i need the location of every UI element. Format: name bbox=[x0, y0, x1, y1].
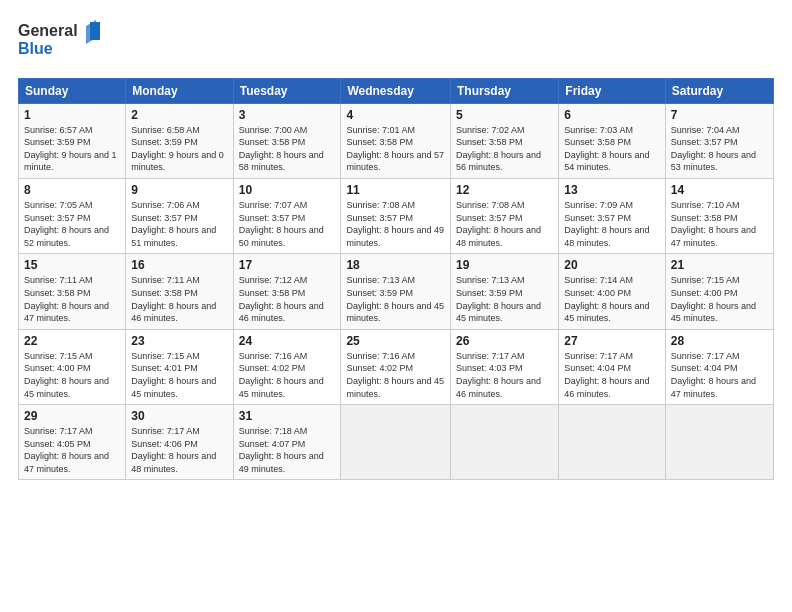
day-number: 5 bbox=[456, 108, 553, 122]
day-info: Sunrise: 7:17 AM Sunset: 4:06 PM Dayligh… bbox=[131, 425, 227, 475]
svg-text:Blue: Blue bbox=[18, 40, 53, 57]
day-info: Sunrise: 7:13 AM Sunset: 3:59 PM Dayligh… bbox=[346, 274, 445, 324]
day-number: 20 bbox=[564, 258, 660, 272]
day-number: 9 bbox=[131, 183, 227, 197]
calendar-cell: 11Sunrise: 7:08 AM Sunset: 3:57 PM Dayli… bbox=[341, 178, 451, 253]
day-info: Sunrise: 6:57 AM Sunset: 3:59 PM Dayligh… bbox=[24, 124, 120, 174]
col-wednesday: Wednesday bbox=[341, 78, 451, 103]
page: General Blue Sunday Monday Tuesday Wedne… bbox=[0, 0, 792, 612]
day-number: 23 bbox=[131, 334, 227, 348]
calendar-cell: 1Sunrise: 6:57 AM Sunset: 3:59 PM Daylig… bbox=[19, 103, 126, 178]
calendar-week-2: 8Sunrise: 7:05 AM Sunset: 3:57 PM Daylig… bbox=[19, 178, 774, 253]
day-info: Sunrise: 7:06 AM Sunset: 3:57 PM Dayligh… bbox=[131, 199, 227, 249]
day-info: Sunrise: 7:08 AM Sunset: 3:57 PM Dayligh… bbox=[456, 199, 553, 249]
day-info: Sunrise: 6:58 AM Sunset: 3:59 PM Dayligh… bbox=[131, 124, 227, 174]
logo-svg: General Blue bbox=[18, 18, 108, 62]
calendar-cell bbox=[341, 405, 451, 480]
calendar-cell: 17Sunrise: 7:12 AM Sunset: 3:58 PM Dayli… bbox=[233, 254, 341, 329]
day-number: 10 bbox=[239, 183, 336, 197]
day-number: 16 bbox=[131, 258, 227, 272]
day-info: Sunrise: 7:14 AM Sunset: 4:00 PM Dayligh… bbox=[564, 274, 660, 324]
calendar-cell: 18Sunrise: 7:13 AM Sunset: 3:59 PM Dayli… bbox=[341, 254, 451, 329]
calendar-cell: 7Sunrise: 7:04 AM Sunset: 3:57 PM Daylig… bbox=[665, 103, 773, 178]
day-info: Sunrise: 7:17 AM Sunset: 4:05 PM Dayligh… bbox=[24, 425, 120, 475]
calendar-cell: 28Sunrise: 7:17 AM Sunset: 4:04 PM Dayli… bbox=[665, 329, 773, 404]
calendar-cell: 31Sunrise: 7:18 AM Sunset: 4:07 PM Dayli… bbox=[233, 405, 341, 480]
day-info: Sunrise: 7:03 AM Sunset: 3:58 PM Dayligh… bbox=[564, 124, 660, 174]
day-number: 7 bbox=[671, 108, 768, 122]
calendar-cell: 24Sunrise: 7:16 AM Sunset: 4:02 PM Dayli… bbox=[233, 329, 341, 404]
calendar-cell: 21Sunrise: 7:15 AM Sunset: 4:00 PM Dayli… bbox=[665, 254, 773, 329]
day-number: 3 bbox=[239, 108, 336, 122]
calendar-cell: 22Sunrise: 7:15 AM Sunset: 4:00 PM Dayli… bbox=[19, 329, 126, 404]
day-info: Sunrise: 7:13 AM Sunset: 3:59 PM Dayligh… bbox=[456, 274, 553, 324]
day-number: 28 bbox=[671, 334, 768, 348]
svg-text:General: General bbox=[18, 22, 78, 39]
day-info: Sunrise: 7:17 AM Sunset: 4:03 PM Dayligh… bbox=[456, 350, 553, 400]
day-info: Sunrise: 7:16 AM Sunset: 4:02 PM Dayligh… bbox=[346, 350, 445, 400]
calendar-cell: 10Sunrise: 7:07 AM Sunset: 3:57 PM Dayli… bbox=[233, 178, 341, 253]
day-number: 30 bbox=[131, 409, 227, 423]
day-info: Sunrise: 7:00 AM Sunset: 3:58 PM Dayligh… bbox=[239, 124, 336, 174]
day-number: 2 bbox=[131, 108, 227, 122]
calendar-week-5: 29Sunrise: 7:17 AM Sunset: 4:05 PM Dayli… bbox=[19, 405, 774, 480]
day-number: 24 bbox=[239, 334, 336, 348]
calendar-table: Sunday Monday Tuesday Wednesday Thursday… bbox=[18, 78, 774, 481]
calendar-cell: 12Sunrise: 7:08 AM Sunset: 3:57 PM Dayli… bbox=[451, 178, 559, 253]
calendar-cell: 26Sunrise: 7:17 AM Sunset: 4:03 PM Dayli… bbox=[451, 329, 559, 404]
day-info: Sunrise: 7:15 AM Sunset: 4:01 PM Dayligh… bbox=[131, 350, 227, 400]
calendar-cell: 19Sunrise: 7:13 AM Sunset: 3:59 PM Dayli… bbox=[451, 254, 559, 329]
day-number: 12 bbox=[456, 183, 553, 197]
day-info: Sunrise: 7:15 AM Sunset: 4:00 PM Dayligh… bbox=[24, 350, 120, 400]
calendar-cell: 14Sunrise: 7:10 AM Sunset: 3:58 PM Dayli… bbox=[665, 178, 773, 253]
calendar-week-1: 1Sunrise: 6:57 AM Sunset: 3:59 PM Daylig… bbox=[19, 103, 774, 178]
calendar-cell: 25Sunrise: 7:16 AM Sunset: 4:02 PM Dayli… bbox=[341, 329, 451, 404]
calendar-cell: 8Sunrise: 7:05 AM Sunset: 3:57 PM Daylig… bbox=[19, 178, 126, 253]
day-number: 17 bbox=[239, 258, 336, 272]
calendar-cell bbox=[451, 405, 559, 480]
calendar-cell: 2Sunrise: 6:58 AM Sunset: 3:59 PM Daylig… bbox=[126, 103, 233, 178]
calendar-week-4: 22Sunrise: 7:15 AM Sunset: 4:00 PM Dayli… bbox=[19, 329, 774, 404]
calendar-cell: 16Sunrise: 7:11 AM Sunset: 3:58 PM Dayli… bbox=[126, 254, 233, 329]
day-number: 6 bbox=[564, 108, 660, 122]
day-info: Sunrise: 7:17 AM Sunset: 4:04 PM Dayligh… bbox=[564, 350, 660, 400]
calendar-cell: 5Sunrise: 7:02 AM Sunset: 3:58 PM Daylig… bbox=[451, 103, 559, 178]
day-info: Sunrise: 7:12 AM Sunset: 3:58 PM Dayligh… bbox=[239, 274, 336, 324]
day-number: 14 bbox=[671, 183, 768, 197]
day-info: Sunrise: 7:15 AM Sunset: 4:00 PM Dayligh… bbox=[671, 274, 768, 324]
col-tuesday: Tuesday bbox=[233, 78, 341, 103]
logo-text: General Blue bbox=[18, 18, 108, 68]
calendar-cell: 3Sunrise: 7:00 AM Sunset: 3:58 PM Daylig… bbox=[233, 103, 341, 178]
day-info: Sunrise: 7:16 AM Sunset: 4:02 PM Dayligh… bbox=[239, 350, 336, 400]
calendar-cell: 6Sunrise: 7:03 AM Sunset: 3:58 PM Daylig… bbox=[559, 103, 666, 178]
day-info: Sunrise: 7:01 AM Sunset: 3:58 PM Dayligh… bbox=[346, 124, 445, 174]
day-info: Sunrise: 7:09 AM Sunset: 3:57 PM Dayligh… bbox=[564, 199, 660, 249]
calendar-cell bbox=[665, 405, 773, 480]
day-number: 26 bbox=[456, 334, 553, 348]
day-number: 25 bbox=[346, 334, 445, 348]
calendar-cell: 9Sunrise: 7:06 AM Sunset: 3:57 PM Daylig… bbox=[126, 178, 233, 253]
col-sunday: Sunday bbox=[19, 78, 126, 103]
day-info: Sunrise: 7:10 AM Sunset: 3:58 PM Dayligh… bbox=[671, 199, 768, 249]
day-number: 19 bbox=[456, 258, 553, 272]
day-info: Sunrise: 7:18 AM Sunset: 4:07 PM Dayligh… bbox=[239, 425, 336, 475]
calendar-cell: 20Sunrise: 7:14 AM Sunset: 4:00 PM Dayli… bbox=[559, 254, 666, 329]
day-info: Sunrise: 7:17 AM Sunset: 4:04 PM Dayligh… bbox=[671, 350, 768, 400]
calendar-cell bbox=[559, 405, 666, 480]
day-number: 13 bbox=[564, 183, 660, 197]
day-number: 18 bbox=[346, 258, 445, 272]
day-number: 29 bbox=[24, 409, 120, 423]
day-info: Sunrise: 7:08 AM Sunset: 3:57 PM Dayligh… bbox=[346, 199, 445, 249]
day-number: 1 bbox=[24, 108, 120, 122]
day-number: 31 bbox=[239, 409, 336, 423]
col-friday: Friday bbox=[559, 78, 666, 103]
calendar-cell: 27Sunrise: 7:17 AM Sunset: 4:04 PM Dayli… bbox=[559, 329, 666, 404]
day-number: 4 bbox=[346, 108, 445, 122]
calendar-header-row: Sunday Monday Tuesday Wednesday Thursday… bbox=[19, 78, 774, 103]
day-number: 8 bbox=[24, 183, 120, 197]
calendar-cell: 4Sunrise: 7:01 AM Sunset: 3:58 PM Daylig… bbox=[341, 103, 451, 178]
logo: General Blue bbox=[18, 18, 108, 68]
day-info: Sunrise: 7:05 AM Sunset: 3:57 PM Dayligh… bbox=[24, 199, 120, 249]
day-number: 11 bbox=[346, 183, 445, 197]
day-info: Sunrise: 7:11 AM Sunset: 3:58 PM Dayligh… bbox=[24, 274, 120, 324]
